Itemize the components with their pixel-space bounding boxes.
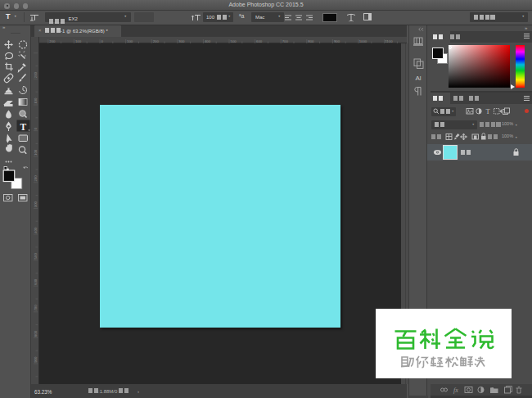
svg-text:500: 500 (34, 253, 38, 260)
svg-text:900: 900 (34, 356, 38, 363)
svg-text:100: 100 (75, 39, 82, 43)
svg-text:0: 0 (34, 127, 38, 129)
svg-text:fx: fx (453, 387, 458, 394)
svg-text:800: 800 (308, 39, 314, 43)
svg-text:0: 0 (101, 39, 104, 43)
svg-text:400: 400 (205, 39, 211, 43)
svg-text:300: 300 (178, 39, 185, 43)
svg-text:600: 600 (256, 39, 263, 43)
svg-text:400: 400 (34, 227, 38, 233)
svg-text:900: 900 (334, 39, 340, 43)
svg-text:500: 500 (231, 39, 237, 43)
svg-text:1000: 1000 (359, 39, 367, 43)
svg-text:100: 100 (34, 149, 38, 156)
svg-text:200: 200 (34, 71, 38, 78)
svg-text:200: 200 (49, 39, 56, 43)
svg-text:200: 200 (34, 175, 38, 182)
svg-text:100: 100 (34, 97, 38, 104)
svg-text:300: 300 (34, 201, 38, 207)
svg-text:Al: Al (415, 75, 421, 82)
svg-text:800: 800 (34, 330, 38, 337)
svg-text:T: T (20, 122, 26, 132)
svg-text:1100: 1100 (385, 39, 393, 43)
svg-text:700: 700 (282, 39, 289, 43)
svg-text:600: 600 (34, 278, 38, 285)
svg-text:700: 700 (34, 305, 38, 311)
svg-text:200: 200 (153, 39, 160, 43)
svg-text:100: 100 (127, 39, 133, 43)
svg-text:T: T (485, 107, 490, 115)
